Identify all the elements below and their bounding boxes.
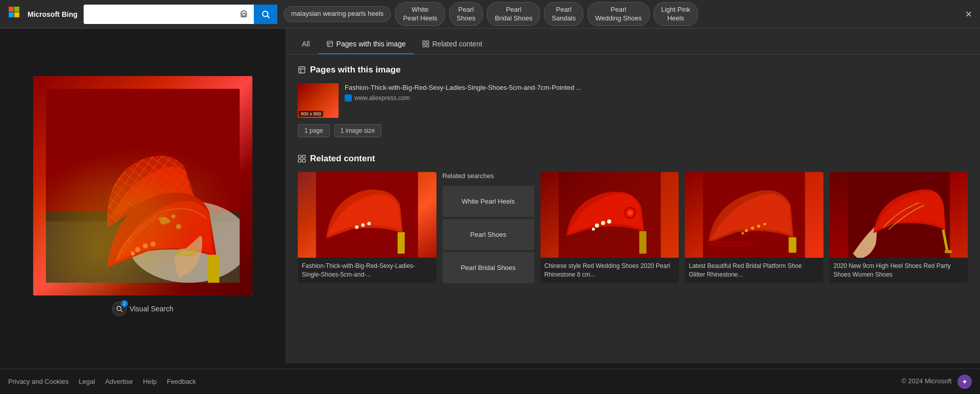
svg-point-10 <box>127 201 240 283</box>
main-image-container <box>33 76 252 296</box>
svg-rect-32 <box>299 67 305 73</box>
card-1-caption: Fashion-Thick-with-Big-Red-Sexy-Ladies-S… <box>298 258 436 283</box>
footer-right: © 2024 Microsoft ✦ <box>901 375 972 389</box>
tabs-bar: All Pages with this image Related conten… <box>286 29 980 55</box>
content-area: Pages with this image 800 x 800 Fashion-… <box>286 55 980 293</box>
svg-point-14 <box>143 243 148 249</box>
chip-light-pink-heels[interactable]: Light Pink Heels <box>654 2 698 27</box>
card-1-image <box>298 172 436 258</box>
svg-point-4 <box>242 13 245 16</box>
page-result: 800 x 800 Fashion-Thick-with-Big-Red-Sex… <box>298 83 968 118</box>
svg-rect-30 <box>423 44 425 47</box>
footer-link-advertise[interactable]: Advertise <box>105 378 133 385</box>
svg-point-5 <box>263 11 268 17</box>
svg-rect-17 <box>208 255 219 283</box>
card-3-image <box>685 172 823 258</box>
chip-pearl-shoes[interactable]: Pearl Shoes <box>449 2 483 27</box>
svg-rect-11 <box>186 199 201 231</box>
svg-rect-55 <box>789 237 796 253</box>
svg-point-50 <box>591 228 595 231</box>
related-section-icon <box>298 155 306 163</box>
footer-link-legal[interactable]: Legal <box>79 378 95 385</box>
chip-pearl-bridal-shoes[interactable]: Pearl Bridal Shoes <box>487 2 540 27</box>
right-panel: All Pages with this image Related conten… <box>286 29 980 363</box>
svg-rect-9 <box>46 211 240 221</box>
card-4-caption: 2020 New 9cm High Heel Shoes Red Party S… <box>830 258 968 283</box>
svg-point-22 <box>177 249 195 255</box>
related-icon <box>422 40 429 47</box>
related-section: Related content <box>298 154 968 283</box>
footer-msn-icon: ✦ <box>958 375 972 389</box>
chip-pearl-sandals[interactable]: Pearl Sandals <box>544 2 583 27</box>
related-card-3[interactable]: Latest Beautiful Red Bridal Platform Sho… <box>685 172 823 283</box>
svg-rect-25 <box>327 41 332 47</box>
related-card-4[interactable]: 2020 New 9cm High Heel Shoes Red Party S… <box>830 172 968 283</box>
svg-point-48 <box>601 221 605 225</box>
chip-white-pearl-heels[interactable]: White Pearl Heels <box>395 2 445 27</box>
main-shoe-image <box>33 76 252 296</box>
pages-count-button[interactable]: 1 page <box>298 124 330 137</box>
suggestion-chips: malaysian wearing pearls heels White Pea… <box>283 2 959 27</box>
search-suggestion-pearl-bridal-shoes[interactable]: Pearl Bridal Shoes <box>443 252 534 283</box>
svg-rect-36 <box>302 155 305 158</box>
search-suggestion-white-pearl-heels[interactable]: White Pearl Heels <box>443 186 534 217</box>
footer-link-feedback[interactable]: Feedback <box>167 378 196 385</box>
tab-pages-with-image[interactable]: Pages with this image <box>318 35 414 54</box>
svg-point-20 <box>171 214 175 218</box>
pages-section-title: Pages with this image <box>298 65 968 75</box>
visual-search-icon: 2 <box>112 302 126 316</box>
visual-search-text: Visual Search <box>130 305 173 313</box>
related-card-2[interactable]: Chinese style Red Wedding Shoes 2020 Pea… <box>540 172 679 283</box>
pages-icon <box>326 40 333 47</box>
svg-point-47 <box>595 224 599 228</box>
page-thumbnail: 800 x 800 <box>298 83 339 118</box>
main-content: 2 Visual Search All Pages with this imag… <box>0 29 980 363</box>
footer-link-help[interactable]: Help <box>143 378 157 385</box>
svg-point-43 <box>367 222 371 226</box>
page-source: www.aliexpress.com <box>345 94 968 102</box>
svg-point-41 <box>355 226 358 229</box>
svg-point-57 <box>751 227 754 230</box>
svg-rect-61 <box>707 241 753 247</box>
svg-rect-31 <box>426 44 429 47</box>
svg-rect-28 <box>423 41 425 43</box>
svg-rect-35 <box>298 155 301 158</box>
left-panel: 2 Visual Search <box>0 29 286 363</box>
bing-logo-icon <box>8 6 24 22</box>
related-card-1[interactable]: Fashion-Thick-with-Big-Red-Sexy-Ladies-S… <box>298 172 436 283</box>
svg-rect-0 <box>9 7 14 12</box>
search-button[interactable] <box>254 5 277 24</box>
camera-search-button[interactable] <box>234 5 254 24</box>
chip-pearl-wedding-shoes[interactable]: Pearl Wedding Shoes <box>587 2 650 27</box>
page-info: Fashion-Thick-with-Big-Red-Sexy-Ladies-S… <box>345 83 968 102</box>
svg-rect-8 <box>46 211 240 283</box>
tab-related-content[interactable]: Related content <box>414 35 491 54</box>
page-title-text[interactable]: Fashion-Thick-with-Big-Red-Sexy-Ladies-S… <box>345 83 968 92</box>
svg-point-56 <box>745 229 748 232</box>
related-searches-column: Related searches White Pearl Heels Pearl… <box>443 172 534 283</box>
bing-logo-text: Microsoft Bing <box>28 10 78 18</box>
related-grid: Fashion-Thick-with-Big-Red-Sexy-Ladies-S… <box>298 172 968 283</box>
svg-rect-37 <box>298 159 301 162</box>
svg-rect-38 <box>302 159 305 162</box>
card-2-caption: Chinese style Red Wedding Shoes 2020 Pea… <box>540 258 679 283</box>
footer-link-privacy[interactable]: Privacy and Cookies <box>8 378 69 385</box>
svg-rect-12 <box>192 228 202 234</box>
visual-search-badge: 2 <box>121 300 128 307</box>
svg-point-23 <box>117 306 121 310</box>
chip-query[interactable]: malaysian wearing pearls heels <box>283 6 391 22</box>
search-suggestion-pearl-shoes[interactable]: Pearl Shoes <box>443 219 534 250</box>
tab-all[interactable]: All <box>294 35 318 54</box>
close-button[interactable]: × <box>965 8 972 21</box>
related-searches-header: Related searches <box>443 172 534 180</box>
footer: Privacy and Cookies Legal Advertise Help… <box>0 368 980 394</box>
image-size-button[interactable]: 1 image size <box>334 124 381 137</box>
source-url: www.aliexpress.com <box>354 94 410 102</box>
search-input[interactable] <box>84 5 234 24</box>
page-meta-buttons: 1 page 1 image size <box>298 124 968 137</box>
svg-line-24 <box>121 310 122 312</box>
related-section-title: Related content <box>298 154 968 164</box>
card-3-caption: Latest Beautiful Red Bridal Platform Sho… <box>685 258 823 283</box>
svg-rect-40 <box>398 232 405 254</box>
svg-line-6 <box>267 16 269 18</box>
